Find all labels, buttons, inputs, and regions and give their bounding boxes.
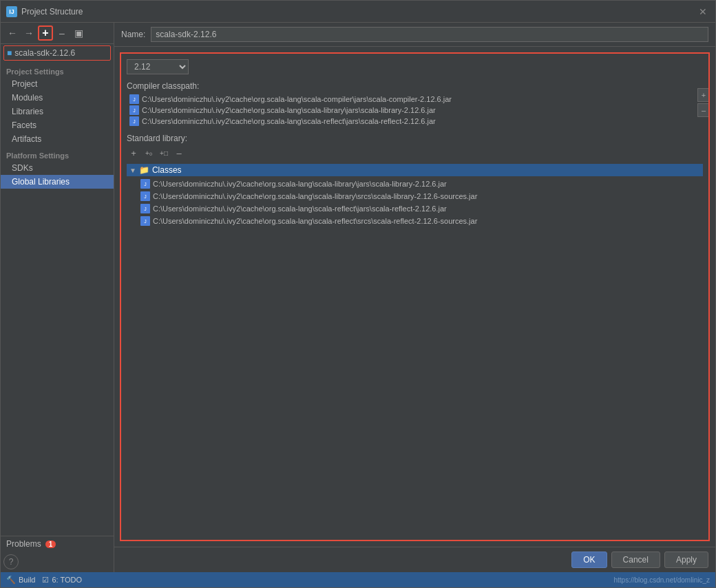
nav-facets[interactable]: Facets [1,118,114,132]
add-classpath-button[interactable]: + [697,88,710,102]
title-bar: IJ Project Structure ✕ [1,1,715,23]
nav-artifacts[interactable]: Artifacts [1,132,114,146]
tree-collapse-icon[interactable]: ▼ [129,167,136,174]
nav-modules[interactable]: Modules [1,91,114,105]
problems-label: Problems [6,539,41,549]
build-status[interactable]: 🔨 Build [6,576,35,585]
class-item-text: C:\Users\dominiczhu\.ivy2\cache\org.scal… [153,180,447,188]
version-select[interactable]: 2.12 [127,59,189,74]
name-bar: Name: [114,23,715,47]
sdk-entry-label: scala-sdk-2.12.6 [14,48,75,58]
compiler-classpath-label: Compiler classpath: [127,81,703,91]
sidebar-top-buttons: ← → + – ▣ [1,23,114,44]
list-item: J C:\Users\dominiczhu\.ivy2\cache\org.sc… [140,215,703,227]
sdk-entry[interactable]: ■ scala-sdk-2.12.6 [3,45,111,61]
jar-icon: J [129,105,139,115]
problems-badge: 1 [45,540,56,548]
list-item: J C:\Users\dominiczhu\.ivy2\cache\org.sc… [140,202,703,215]
add-sdk-button[interactable]: + [38,25,53,41]
nav-global-libraries[interactable]: Global Libraries [1,175,114,189]
side-buttons: + – [697,88,710,117]
list-item: J C:\Users\dominiczhu\.ivy2\cache\org.sc… [129,105,703,116]
todo-status[interactable]: ☑ 6: TODO [42,576,82,585]
std-lib-buttons: + +₀ +□ – [127,146,703,160]
sidebar-scroll: Project Settings Project Modules Librari… [1,62,114,536]
add-src-button[interactable]: +₀ [142,146,156,160]
add-folder-button[interactable]: +□ [157,146,171,160]
remove-classpath-button[interactable]: – [697,103,710,117]
class-item-text: C:\Users\dominiczhu\.ivy2\cache\org.scal… [153,192,477,200]
jar-icon: J [129,94,139,104]
jar-icon: J [140,204,150,213]
name-input[interactable] [151,27,708,42]
list-item: J C:\Users\dominiczhu\.ivy2\cache\org.sc… [140,178,703,190]
list-item: J C:\Users\dominiczhu\.ivy2\cache\org.sc… [129,94,703,105]
todo-icon: ☑ [42,576,49,585]
jar-icon: J [140,191,150,201]
nav-libraries[interactable]: Libraries [1,105,114,118]
copy-button[interactable]: ▣ [71,25,86,41]
help-button[interactable]: ? [3,554,19,569]
classpath-item-text: C:\Users\dominiczhu\.ivy2\cache\org.scal… [142,106,436,114]
forward-button[interactable]: → [21,25,36,41]
sidebar: ← → + – ▣ ■ scala-sdk-2.12.6 Project Set… [1,23,114,572]
jar-icon: J [129,116,139,126]
classes-label: Classes [152,165,182,175]
add-std-button[interactable]: + [127,146,140,160]
class-item-text: C:\Users\dominiczhu\.ivy2\cache\org.scal… [153,217,477,225]
folder-icon: 📁 [139,165,149,175]
watermark: https://blog.csdn.net/domlinic_z [613,576,710,584]
classpath-item-text: C:\Users\dominiczhu\.ivy2\cache\org.scal… [142,117,436,125]
cancel-button[interactable]: Cancel [611,552,660,568]
classpath-item-text: C:\Users\dominiczhu\.ivy2\cache\org.scal… [142,95,452,103]
back-button[interactable]: ← [5,25,20,41]
project-settings-section: Project Settings [1,62,114,77]
remove-std-button[interactable]: – [172,146,186,160]
platform-settings-section: Platform Settings [1,146,114,161]
close-button[interactable]: ✕ [696,5,710,19]
content-area: ← → + – ▣ ■ scala-sdk-2.12.6 Project Set… [1,23,715,572]
main-content: Name: + – 2.12 Compiler classpath: [114,23,715,572]
version-row: 2.12 [127,59,703,74]
jar-icon: J [140,179,150,189]
standard-library-label: Standard library: [127,134,703,143]
name-label: Name: [121,30,145,39]
nav-sdks[interactable]: SDKs [1,161,114,175]
apply-button[interactable]: Apply [664,552,708,568]
nav-project[interactable]: Project [1,77,114,91]
build-label: Build [19,576,35,584]
status-bar: 🔨 Build ☑ 6: TODO https://blog.csdn.net/… [1,572,715,587]
ok-button[interactable]: OK [571,552,607,568]
classes-tree-item[interactable]: ▼ 📁 Classes [127,164,703,176]
sdk-panel: + – 2.12 Compiler classpath: J C:\Users\… [120,52,710,541]
build-icon: 🔨 [6,576,16,585]
problems-item[interactable]: Problems 1 [1,536,114,552]
app-icon: IJ [6,6,17,17]
tree-children: J C:\Users\dominiczhu\.ivy2\cache\org.sc… [140,178,703,227]
bottom-toolbar: OK Cancel Apply [114,547,715,572]
class-item-text: C:\Users\dominiczhu\.ivy2\cache\org.scal… [153,204,447,213]
compiler-classpath-list: J C:\Users\dominiczhu\.ivy2\cache\org.sc… [127,94,703,127]
todo-label: 6: TODO [52,576,82,584]
project-structure-dialog: IJ Project Structure ✕ ← → + – ▣ ■ scala… [0,0,716,588]
sidebar-bottom: Problems 1 ? [1,536,114,572]
remove-button[interactable]: – [54,25,70,41]
list-item: J C:\Users\dominiczhu\.ivy2\cache\org.sc… [129,116,703,127]
dialog-title: Project Structure [21,7,696,17]
sdk-icon: ■ [7,48,12,58]
jar-icon: J [140,216,150,226]
list-item: J C:\Users\dominiczhu\.ivy2\cache\org.sc… [140,190,703,202]
